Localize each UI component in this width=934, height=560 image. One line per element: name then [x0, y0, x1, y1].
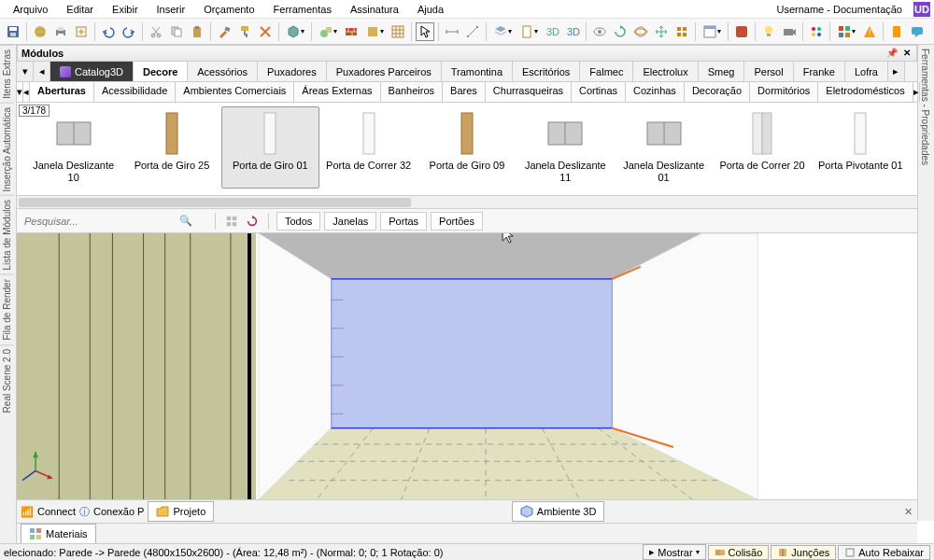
tab-acessorios[interactable]: Acessórios — [188, 62, 258, 81]
tab-nav-right[interactable]: ▸ — [888, 62, 905, 81]
tab-smeg[interactable]: Smeg — [699, 62, 745, 81]
cat-cozinhas[interactable]: Cozinhas — [626, 82, 685, 102]
vtab-lista-modulos[interactable]: Lista de Módulos — [0, 195, 14, 274]
cat-eletrodomesticos[interactable]: Eletrodomésticos — [818, 82, 913, 102]
tab-ambiente-3d[interactable]: Ambiente 3D — [512, 501, 605, 522]
menu-ferramentas[interactable]: Ferramentas — [264, 2, 341, 17]
tab-escritorios[interactable]: Escritórios — [513, 62, 580, 81]
cat-nav-dropdown[interactable]: ▾ — [17, 82, 23, 102]
refresh-icon[interactable] — [244, 213, 261, 230]
tab-persol[interactable]: Persol — [744, 62, 793, 81]
module-dropdown-icon[interactable]: ▾ — [283, 24, 307, 39]
vtab-ferramentas-prop[interactable]: Ferramentas - Propriedades — [918, 45, 932, 169]
thumb-porta-pivotante-01[interactable]: Porta Pivotante 01 — [812, 106, 910, 189]
tab-electrolux[interactable]: Electrolux — [633, 62, 698, 81]
thumb-janela-deslizante-01[interactable]: Janela Deslizante 01 — [615, 106, 713, 189]
thumb-janela-deslizante-11[interactable]: Janela Deslizante 11 — [517, 106, 615, 189]
close-view-icon[interactable]: ✕ — [902, 506, 913, 518]
layer-dropdown-icon[interactable]: ▾ — [490, 24, 515, 39]
search-icon[interactable]: 🔍 — [179, 215, 192, 227]
cat-nav-right[interactable]: ▸ — [913, 82, 920, 102]
tab-materiais[interactable]: Materiais — [21, 524, 96, 544]
shape-dropdown-icon[interactable]: ▾ — [316, 24, 340, 39]
status-juncoes[interactable]: Junções — [771, 545, 836, 560]
3d-viewport[interactable] — [17, 233, 917, 500]
camera-icon[interactable] — [780, 22, 799, 41]
tab-falmec[interactable]: Falmec — [580, 62, 633, 81]
chat-icon[interactable] — [908, 22, 927, 41]
tab-puxadores[interactable]: Puxadores — [258, 62, 327, 81]
hammer-icon[interactable] — [215, 22, 234, 41]
tab-catalog3d[interactable]: Catalog3D — [50, 62, 134, 81]
menu-exibir[interactable]: Exibir — [103, 2, 148, 17]
cat-cortinas[interactable]: Cortinas — [572, 82, 626, 102]
menu-arquivo[interactable]: Arquivo — [4, 2, 57, 17]
thumb-porta-giro-09[interactable]: Porta de Giro 09 — [417, 106, 516, 189]
vtab-insercao[interactable]: Inserção Automática — [0, 103, 14, 196]
menu-ajuda[interactable]: Ajuda — [408, 2, 453, 17]
tab-projeto[interactable]: Projeto — [148, 501, 214, 522]
conexao-icon[interactable]: ⓘ — [79, 505, 90, 519]
print-icon[interactable] — [51, 22, 70, 41]
explode-icon[interactable] — [672, 22, 691, 41]
cat-bares[interactable]: Bares — [443, 82, 486, 102]
thumb-porta-correr-20[interactable]: Porta de Correr 20 — [713, 106, 811, 189]
filter-portoes[interactable]: Portões — [431, 212, 483, 231]
window-dropdown-icon[interactable]: ▾ — [700, 24, 724, 39]
thumb-porta-correr-32[interactable]: Porta de Correr 32 — [319, 106, 417, 189]
eye-icon[interactable] — [590, 22, 609, 41]
paste-icon[interactable] — [188, 22, 206, 41]
delete-icon[interactable] — [256, 22, 275, 41]
thumb-porta-giro-25[interactable]: Porta de Giro 25 — [122, 106, 220, 189]
globe-icon[interactable] — [31, 22, 50, 41]
cat-areas-externas[interactable]: Áreas Externas — [294, 82, 380, 102]
user-badge[interactable]: UD — [913, 2, 930, 17]
menu-editar[interactable]: Editar — [57, 2, 103, 17]
measure-icon[interactable] — [443, 22, 461, 41]
tab-nav-left[interactable]: ◂ — [34, 62, 50, 81]
thumb-porta-giro-01[interactable]: Porta de Giro 01 — [221, 106, 319, 189]
tab-franke[interactable]: Franke — [794, 62, 845, 81]
logo-icon[interactable] — [732, 22, 751, 41]
menu-assinatura[interactable]: Assinatura — [341, 2, 408, 17]
connect-label[interactable]: Connect — [37, 506, 76, 517]
orbit-icon[interactable] — [631, 22, 650, 41]
3d-b-icon[interactable]: 3D — [563, 22, 582, 41]
connect-icon[interactable]: 📶 — [21, 506, 34, 518]
vtab-real-scene[interactable]: Real Scene 2.0 — [0, 344, 14, 416]
close-icon[interactable]: ✕ — [901, 48, 913, 59]
menu-orcamento[interactable]: Orçamento — [194, 2, 263, 17]
conexao-label[interactable]: Conexão P — [93, 506, 144, 517]
thumb-janela-deslizante-10[interactable]: Janela Deslizante 10 — [24, 106, 122, 189]
rotate-icon[interactable] — [611, 22, 630, 41]
pointer-icon[interactable] — [416, 22, 434, 41]
wall-dropdown-icon[interactable]: ▾ — [362, 24, 387, 39]
save-icon[interactable] — [4, 22, 22, 41]
doc-dropdown-icon[interactable]: ▾ — [517, 24, 541, 39]
3d-a-icon[interactable]: 3D — [543, 22, 561, 41]
brick-icon[interactable] — [342, 22, 361, 41]
cat-nav-left[interactable]: ◂ — [23, 82, 30, 102]
cut-icon[interactable] — [147, 22, 165, 41]
search-input[interactable] — [21, 214, 179, 229]
filter-todos[interactable]: Todos — [276, 212, 320, 231]
grid-icon[interactable] — [389, 22, 407, 41]
cat-ambientes[interactable]: Ambientes Comerciais — [176, 82, 294, 102]
vtab-itens-extras[interactable]: Itens Extras — [0, 45, 14, 103]
undo-icon[interactable] — [99, 22, 118, 41]
vtab-fila-render[interactable]: Fila de Render — [0, 274, 14, 344]
filter-portas[interactable]: Portas — [380, 212, 427, 231]
tab-lofra[interactable]: Lofra — [845, 62, 888, 81]
tab-decore[interactable]: Decore — [134, 62, 188, 81]
redo-icon[interactable] — [120, 22, 138, 41]
pin-icon[interactable]: 📌 — [886, 48, 898, 59]
warning-icon[interactable]: ! — [860, 22, 879, 41]
status-mostrar[interactable]: ▸Mostrar▾ — [643, 544, 705, 560]
palette-icon[interactable] — [807, 22, 826, 41]
thumbs-scrollbar[interactable] — [17, 196, 917, 209]
pan-icon[interactable] — [652, 22, 671, 41]
cat-churrasqueiras[interactable]: Churrasqueiras — [486, 82, 572, 102]
filter-settings-icon[interactable] — [223, 213, 240, 230]
cat-dormitorios[interactable]: Dormitórios — [750, 82, 818, 102]
tab-tramontina[interactable]: Tramontina — [442, 62, 513, 81]
